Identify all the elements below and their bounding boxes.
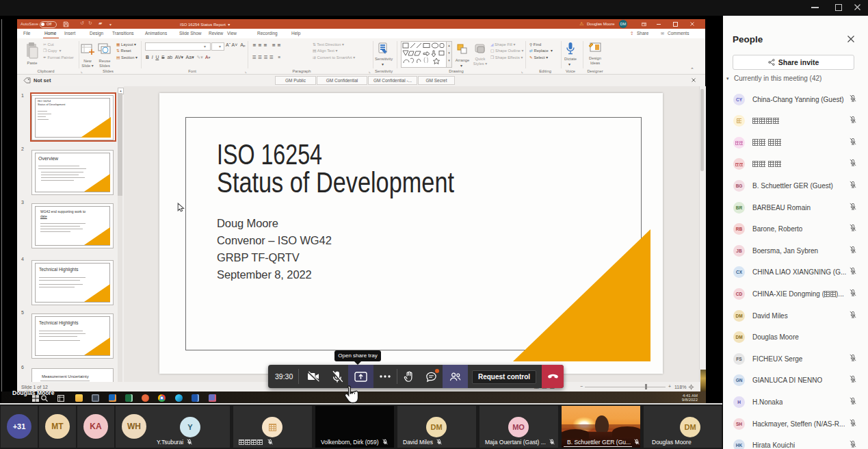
svg-text:ISO 16254: ISO 16254	[217, 138, 322, 170]
svg-text:Status of Development: Status of Development	[217, 166, 454, 198]
